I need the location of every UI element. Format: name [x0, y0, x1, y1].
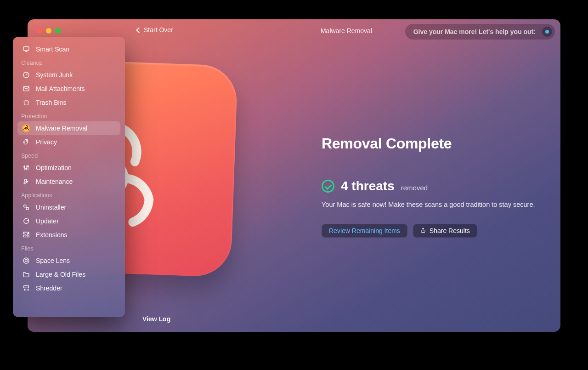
- safe-message: Your Mac is safe now! Make these scans a…: [322, 201, 542, 208]
- sidebar-item-label: Large & Old Files: [36, 270, 85, 279]
- review-remaining-button[interactable]: Review Remaining Items: [322, 224, 407, 238]
- trash-icon: [22, 98, 30, 107]
- mail-icon: [22, 85, 30, 93]
- share-results-label: Share Results: [430, 227, 470, 234]
- close-window-button[interactable]: [37, 28, 42, 34]
- review-remaining-label: Review Remaining Items: [329, 227, 400, 234]
- sliders-icon: [22, 164, 30, 172]
- svg-point-15: [26, 207, 28, 210]
- biohazard-icon: [22, 124, 30, 132]
- sidebar-group-files: Files: [17, 242, 120, 254]
- sidebar-item-privacy[interactable]: Privacy: [17, 135, 120, 149]
- sidebar-item-label: Privacy: [36, 137, 57, 147]
- threat-count: 4 threats: [341, 179, 395, 194]
- puzzle-icon: [22, 231, 30, 239]
- sidebar-group-protection: Protection: [17, 109, 120, 121]
- breadcrumb: Malware Removal: [321, 27, 372, 34]
- hand-icon: [22, 138, 30, 146]
- sidebar-item-space-lens[interactable]: Space Lens: [17, 254, 120, 268]
- sidebar-item-trash-bins[interactable]: Trash Bins: [17, 96, 120, 109]
- view-log-button[interactable]: View Log: [142, 315, 170, 323]
- sidebar-item-label: Updater: [36, 216, 59, 226]
- threat-summary: 4 threats removed: [322, 179, 542, 194]
- action-buttons: Review Remaining Items Share Results: [322, 224, 542, 238]
- refresh-icon: [22, 217, 30, 225]
- svg-rect-19: [24, 286, 29, 288]
- sidebar-item-label: Trash Bins: [36, 98, 66, 107]
- share-icon: [420, 227, 426, 234]
- sidebar-item-mail-attachments[interactable]: Mail Attachments: [17, 82, 120, 96]
- window-controls: [37, 28, 61, 34]
- svg-point-17: [23, 258, 29, 263]
- sidebar-item-uninstaller[interactable]: Uninstaller: [17, 200, 120, 214]
- wrench-icon: [22, 177, 30, 186]
- sidebar-group-speed: Speed: [17, 149, 120, 161]
- chevron-left-icon: [136, 27, 142, 33]
- start-over-button[interactable]: Start Over: [137, 26, 173, 34]
- svg-point-14: [24, 205, 26, 207]
- sidebar-item-smart-scan[interactable]: Smart Scan: [17, 42, 120, 56]
- sidebar-item-shredder[interactable]: Shredder: [17, 281, 120, 295]
- shredder-icon: [22, 284, 30, 292]
- svg-line-16: [26, 207, 26, 207]
- svg-point-18: [25, 259, 27, 262]
- sidebar-group-cleanup: Cleanup: [17, 56, 120, 68]
- sidebar-item-large-old-files[interactable]: Large & Old Files: [17, 268, 120, 281]
- sidebar-item-extensions[interactable]: Extensions: [17, 228, 120, 242]
- sidebar-item-label: System Junk: [36, 70, 73, 80]
- sidebar-item-label: Shredder: [36, 284, 62, 293]
- sidebar-item-optimization[interactable]: Optimization: [17, 161, 120, 175]
- sidebar-item-malware-removal[interactable]: Malware Removal: [17, 121, 120, 135]
- sidebar-item-label: Smart Scan: [36, 45, 69, 54]
- view-log-label: View Log: [142, 315, 170, 323]
- promo-banner[interactable]: Give your Mac more! Let's help you out:: [405, 24, 555, 40]
- sidebar-menu: Smart Scan Cleanup System Junk Mail Atta…: [13, 37, 125, 317]
- start-over-label: Start Over: [144, 26, 173, 34]
- svg-rect-2: [23, 47, 29, 51]
- share-results-button[interactable]: Share Results: [413, 224, 477, 238]
- lens-icon: [22, 256, 30, 265]
- sidebar-item-label: Extensions: [36, 230, 67, 239]
- checkmark-icon: [322, 180, 334, 193]
- sidebar-item-label: Maintenance: [36, 177, 73, 186]
- monitor-icon: [22, 45, 30, 53]
- promo-text: Give your Mac more! Let's help you out:: [413, 28, 536, 35]
- sidebar-item-label: Optimization: [36, 163, 72, 172]
- folder-icon: [22, 270, 30, 279]
- sidebar-item-maintenance[interactable]: Maintenance: [17, 175, 120, 188]
- sidebar-item-label: Space Lens: [36, 256, 70, 265]
- minimize-window-button[interactable]: [46, 28, 51, 34]
- promo-badge-icon: [542, 27, 552, 37]
- results-panel: Removal Complete 4 threats removed Your …: [322, 135, 542, 238]
- sidebar-item-system-junk[interactable]: System Junk: [17, 68, 120, 82]
- threat-suffix: removed: [401, 184, 428, 192]
- sidebar-item-label: Malware Removal: [36, 124, 87, 133]
- gauge-icon: [22, 71, 30, 79]
- sidebar-item-updater[interactable]: Updater: [17, 214, 120, 228]
- sidebar-item-label: Uninstaller: [36, 203, 66, 212]
- maximize-window-button[interactable]: [55, 28, 61, 34]
- sidebar-group-applications: Applications: [17, 188, 120, 200]
- sidebar-item-label: Mail Attachments: [36, 84, 85, 93]
- results-title: Removal Complete: [322, 135, 542, 152]
- uninstall-icon: [22, 203, 30, 211]
